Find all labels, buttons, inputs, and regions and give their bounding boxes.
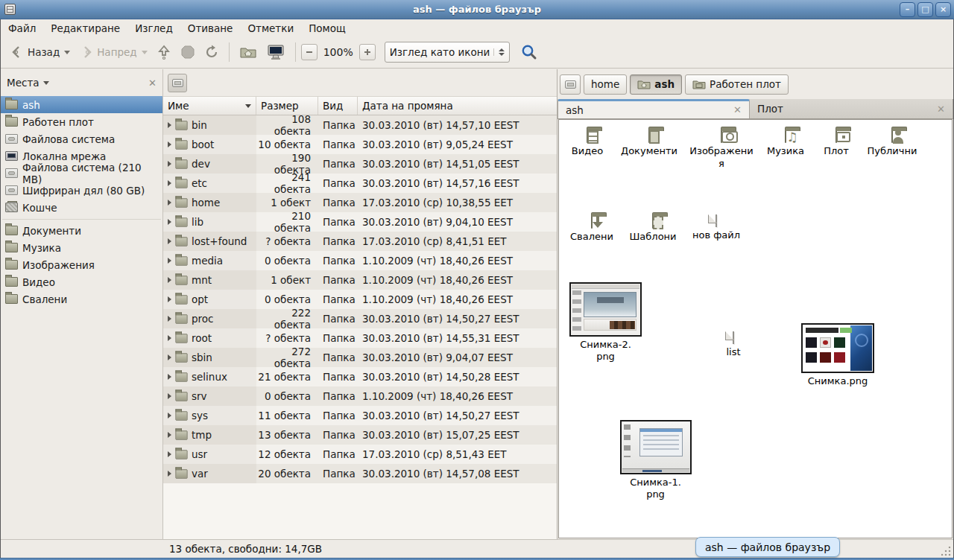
expander-icon[interactable] <box>168 335 171 341</box>
file-row[interactable]: sbin 272 обекта Папка 30.03.2010 (вт) 9,… <box>163 348 557 367</box>
sidebar-place-item[interactable]: Музика <box>1 239 162 256</box>
folder-item-templates[interactable]: Шаблони <box>624 217 682 244</box>
path-current-button[interactable]: ash <box>630 74 682 95</box>
filesystem-root-button[interactable] <box>168 74 187 92</box>
minimize-button[interactable]: – <box>900 2 915 17</box>
maximize-button[interactable]: □ <box>917 2 933 17</box>
sidebar-place-item[interactable]: Свалени <box>1 290 162 308</box>
file-row[interactable]: home 1 обект Папка 17.03.2010 (ср) 10,38… <box>163 193 557 212</box>
expander-icon[interactable] <box>168 122 171 128</box>
file-row[interactable]: var 20 обекта Папка 30.03.2010 (вт) 14,5… <box>163 464 557 483</box>
view-mode-combo[interactable]: Изглед като икони <box>385 42 510 63</box>
tab-ash[interactable]: ash ✕ <box>557 99 750 118</box>
expander-icon[interactable] <box>168 161 171 167</box>
menu-file[interactable]: Файл <box>1 21 43 36</box>
search-button[interactable] <box>516 40 543 64</box>
file-row[interactable]: proc 222 обекта Папка 30.03.2010 (вт) 14… <box>163 309 557 328</box>
sidebar-place-item[interactable]: Изображения <box>1 256 162 273</box>
column-header-date[interactable]: Дата на промяна <box>358 97 557 115</box>
file-row[interactable]: lost+found ? обекта Папка 17.03.2010 (ср… <box>163 232 557 251</box>
reload-button[interactable] <box>200 40 224 64</box>
folder-item-images[interactable]: Изображения <box>688 131 755 170</box>
menu-view[interactable]: Изглед <box>127 21 180 36</box>
zoom-in-button[interactable] <box>359 44 376 60</box>
computer-button[interactable] <box>262 40 290 64</box>
tab-plot[interactable]: Плот ✕ <box>750 99 953 118</box>
sidebar-close-icon[interactable]: ✕ <box>148 77 157 89</box>
file-row[interactable]: mnt 1 обект Папка 1.10.2009 (чт) 18,40,2… <box>163 270 557 290</box>
file-row[interactable]: root ? обекта Папка 30.03.2010 (вт) 14,5… <box>163 328 557 348</box>
folder-item-public[interactable]: Публични <box>862 131 922 158</box>
menu-help[interactable]: Помощ <box>301 21 353 36</box>
column-header-name[interactable]: Име <box>163 97 256 115</box>
back-history-arrow-icon[interactable] <box>64 51 70 54</box>
sidebar-place-item[interactable]: Файлова система (210 MB) <box>1 165 162 182</box>
close-button[interactable]: × <box>935 2 951 17</box>
forward-history-arrow-icon[interactable] <box>142 51 148 54</box>
path-desktop-button[interactable]: Работен плот <box>685 74 789 95</box>
path-root-button[interactable] <box>560 74 581 95</box>
menu-go[interactable]: Отиване <box>180 21 241 36</box>
sidebar-place-item[interactable]: Шифриран дял (80 GB) <box>1 182 162 199</box>
expander-icon[interactable] <box>168 258 171 264</box>
back-button[interactable]: Назад <box>5 40 75 64</box>
file-row[interactable]: boot 10 обекта Папка 30.03.2010 (вт) 9,0… <box>163 135 557 154</box>
expander-icon[interactable] <box>168 277 171 283</box>
sidebar-place-item[interactable]: Документи <box>1 222 162 239</box>
file-row[interactable]: selinux 21 обекта Папка 30.03.2010 (вт) … <box>163 367 557 386</box>
file-row[interactable]: etc 241 обекта Папка 30.03.2010 (вт) 14,… <box>163 174 557 193</box>
file-row[interactable]: dev 190 обекта Папка 30.03.2010 (вт) 14,… <box>163 154 557 174</box>
expander-icon[interactable] <box>168 432 171 438</box>
folder-item-desktop[interactable]: Плот <box>808 131 865 158</box>
folder-item-music[interactable]: Музика <box>757 131 814 158</box>
up-button[interactable] <box>152 40 176 64</box>
expander-icon[interactable] <box>168 180 171 186</box>
sidebar-mode-chevron-icon[interactable] <box>43 81 49 85</box>
file-row[interactable]: usr 12 обекта Папка 17.03.2010 (ср) 8,51… <box>163 445 557 464</box>
file-row[interactable]: opt 0 обекта Папка 1.10.2009 (чт) 18,40,… <box>163 290 557 309</box>
file-row[interactable]: tmp 13 обекта Папка 30.03.2010 (вт) 15,0… <box>163 425 557 445</box>
folder-item-documents[interactable]: Документи <box>617 131 681 158</box>
expander-icon[interactable] <box>168 200 171 206</box>
folder-item-downloads[interactable]: Свалени <box>563 217 621 244</box>
sidebar-place-item[interactable]: Видео <box>1 273 162 290</box>
file-row[interactable]: srv 0 обекта Папка 1.10.2009 (чт) 18,40,… <box>163 386 557 406</box>
folder-item-video[interactable]: Видео <box>559 131 616 158</box>
file-row[interactable]: media 0 обекта Папка 1.10.2009 (чт) 18,4… <box>163 251 557 270</box>
menu-edit[interactable]: Редактиране <box>43 21 127 36</box>
resize-grip[interactable] <box>941 547 951 556</box>
forward-button[interactable]: Напред <box>75 40 151 64</box>
expander-icon[interactable] <box>168 141 171 147</box>
expander-icon[interactable] <box>168 316 171 322</box>
menu-bookmarks[interactable]: Отметки <box>240 21 301 36</box>
expander-icon[interactable] <box>168 413 171 419</box>
file-row[interactable]: lib 210 обекта Папка 30.03.2010 (вт) 9,0… <box>163 212 557 232</box>
image-item-snimka2[interactable]: Снимка-2.png <box>568 282 643 363</box>
zoom-out-button[interactable] <box>301 44 318 60</box>
file-row[interactable]: sys 11 обекта Папка 30.03.2010 (вт) 14,5… <box>163 406 557 425</box>
icon-view[interactable]: Видео Документи Изображения Музика Плот <box>558 119 953 538</box>
titlebar[interactable]: ash — файлов браузър – □ × <box>0 0 954 19</box>
expander-icon[interactable] <box>168 238 171 244</box>
expander-icon[interactable] <box>168 374 171 380</box>
column-header-size[interactable]: Размер <box>256 97 318 115</box>
stop-button[interactable] <box>176 40 200 64</box>
expander-icon[interactable] <box>168 471 171 477</box>
expander-icon[interactable] <box>168 219 171 225</box>
image-item-snimka[interactable]: Снимка.png <box>799 323 876 387</box>
expander-icon[interactable] <box>168 451 171 457</box>
path-home-button[interactable]: home <box>584 74 627 95</box>
sidebar-place-item[interactable]: Кошче <box>1 199 162 216</box>
expander-icon[interactable] <box>168 393 171 399</box>
sidebar-place-item[interactable]: Работен плот <box>1 113 162 130</box>
file-item-new-file[interactable]: нов файл <box>687 215 745 242</box>
sidebar-title[interactable]: Места <box>7 77 40 89</box>
column-header-type[interactable]: Вид <box>318 97 358 115</box>
expander-icon[interactable] <box>168 296 171 302</box>
sidebar-place-item[interactable]: Файлова система <box>1 130 162 147</box>
tab-close-icon[interactable]: ✕ <box>726 104 742 115</box>
image-item-snimka1[interactable]: Снимка-1.png <box>618 420 693 501</box>
expander-icon[interactable] <box>168 354 171 360</box>
tab-close-icon[interactable]: ✕ <box>929 104 945 115</box>
file-item-list[interactable]: list <box>705 332 762 359</box>
